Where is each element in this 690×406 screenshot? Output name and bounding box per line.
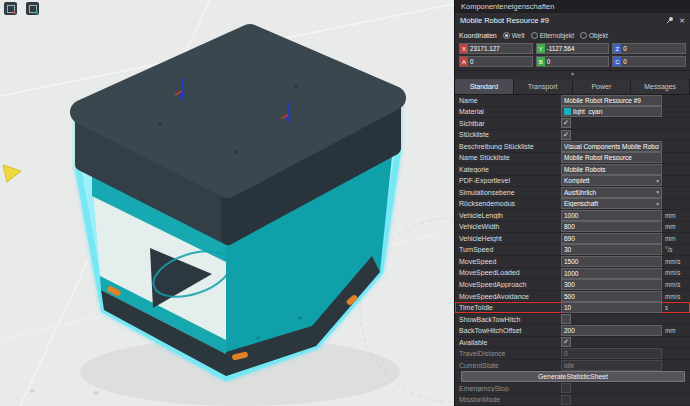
field-text: Eigenschaft [564, 200, 654, 207]
property-value-field[interactable]: Mobile Robot Resource #9 [561, 95, 662, 106]
property-value: 800 [561, 221, 662, 232]
position-field-y[interactable]: Y-1127.564 [536, 43, 610, 54]
generate-statistic-sheet-button[interactable]: GenerateStatisticSheet [461, 371, 685, 382]
rotation-value[interactable]: 0 [468, 57, 532, 66]
property-value-field[interactable]: Mobile Robot Resource [561, 152, 662, 163]
property-value-field[interactable]: 500 [561, 291, 662, 302]
property-label: Kategorie [459, 166, 561, 173]
unit-label: mm [662, 223, 687, 230]
robot-3d-model[interactable] [0, 0, 454, 406]
field-text: 10 [564, 304, 659, 311]
property-value: Mobile Robot Resource #9 [561, 95, 662, 106]
property-value: 1500 [561, 256, 662, 267]
property-value-field[interactable]: 200 [561, 325, 662, 336]
field-text: Mobile Robots [564, 166, 659, 173]
property-value-field[interactable]: Mobile Robots [561, 164, 662, 175]
property-value [561, 383, 662, 393]
property-row: VehicleWidth800mm [455, 222, 690, 234]
pin-icon[interactable] [666, 16, 674, 26]
rotation-fields: A0B0C0 [459, 56, 686, 67]
property-value: 10 [561, 302, 662, 313]
field-text: 1000 [564, 212, 659, 219]
position-value[interactable]: 23171.127 [468, 44, 532, 53]
property-value: Idle [561, 360, 662, 371]
axis-tab: Z [613, 44, 621, 53]
property-value-field[interactable]: Komplett▾ [561, 175, 662, 186]
viewport-3d[interactable] [0, 0, 454, 406]
property-value: Komplett▾ [561, 175, 662, 186]
tab-messages[interactable]: Messages [631, 79, 690, 94]
position-field-x[interactable]: X23171.127 [459, 43, 533, 54]
viewport-toolbar-icon-2[interactable] [26, 2, 39, 15]
property-value-field[interactable]: Eigenschaft▾ [561, 198, 662, 209]
radio-icon[interactable] [580, 32, 587, 39]
property-value-field[interactable]: 690 [561, 233, 662, 244]
property-value: Mobile Robot Resource [561, 152, 662, 163]
coord-mode-objekt[interactable]: Objekt [580, 32, 608, 39]
property-row: VehicleLength1000mm [455, 210, 690, 222]
property-value: Eigenschaft▾ [561, 198, 662, 209]
property-label: TravelDistance [459, 350, 561, 357]
rotation-field-b[interactable]: B0 [536, 56, 610, 67]
radio-icon[interactable] [531, 32, 538, 39]
unit-label: mm/s [662, 269, 687, 276]
property-value-field[interactable]: 1500 [561, 256, 662, 267]
property-value-field[interactable]: 1000 [561, 268, 662, 279]
position-value[interactable]: 0 [621, 44, 685, 53]
property-label: Sichtbar [459, 120, 561, 127]
coord-mode-label: Elternobjekt [540, 32, 574, 39]
rotation-value[interactable]: 0 [621, 57, 685, 66]
property-label: PDF-Exportlevel [459, 177, 561, 184]
property-value-field[interactable]: 800 [561, 221, 662, 232]
coord-mode-elternobjekt[interactable]: Elternobjekt [531, 32, 574, 39]
position-field-z[interactable]: Z0 [612, 43, 686, 54]
property-value-field[interactable]: 300 [561, 279, 662, 290]
checkbox[interactable]: ✓ [561, 118, 571, 128]
position-value[interactable]: -1127.564 [545, 44, 609, 53]
unit-label: mm/s [662, 293, 687, 300]
property-row: EmergencyStop [455, 383, 690, 395]
property-value-field[interactable]: Ausführlich▾ [561, 187, 662, 198]
checkbox [561, 395, 571, 405]
tab-power[interactable]: Power [573, 79, 632, 94]
position-fields: X23171.127Y-1127.564Z0 [459, 43, 686, 54]
checkbox[interactable]: ✓ [561, 337, 571, 347]
property-value-field[interactable]: 10 [561, 302, 662, 313]
property-row: ShowBackTowHitch [455, 314, 690, 326]
property-value-field[interactable]: 30 [561, 244, 662, 255]
tab-standard[interactable]: Standard [455, 79, 514, 94]
property-value: ✓ [561, 130, 662, 140]
viewport-toolbar [4, 2, 39, 15]
property-label: MoveSpeedApproach [459, 281, 561, 288]
property-row: PDF-ExportlevelKomplett▾ [455, 176, 690, 188]
chevron-down-icon: ▾ [656, 178, 659, 184]
property-label: Simulationsebene [459, 189, 561, 196]
checkbox[interactable]: ✓ [561, 130, 571, 140]
viewport-toolbar-icon-1[interactable] [4, 2, 17, 15]
property-row: Name StücklisteMobile Robot Resource [455, 153, 690, 165]
property-label: VehicleLength [459, 212, 561, 219]
tab-transport[interactable]: Transport [514, 79, 573, 94]
property-label: MoveSpeedLoaded [459, 269, 561, 276]
property-value-field[interactable]: 1000 [561, 210, 662, 221]
property-label: MoveSpeedAvoidance [459, 293, 561, 300]
property-label: BackTowHitchOffset [459, 327, 561, 334]
field-text: 1500 [564, 258, 659, 265]
field-text: Idle [564, 362, 659, 369]
properties-panel: Komponenteneigenschaften Mobile Robot Re… [454, 0, 690, 406]
property-value-field[interactable]: light_cyan [561, 106, 662, 117]
close-icon[interactable]: ✕ [679, 17, 685, 25]
property-value-field[interactable]: Visual Components Mobile Robot Resource [561, 141, 662, 152]
collapse-chevron-icon[interactable]: ▾ [455, 71, 690, 79]
radio-icon[interactable] [503, 32, 510, 39]
rotation-value[interactable]: 0 [545, 57, 609, 66]
property-grid: NameMobile Robot Resource #9Materialligh… [455, 95, 690, 406]
panel-title: Komponenteneigenschaften [455, 0, 690, 13]
axis-tab: C [613, 57, 621, 66]
field-text: light_cyan [573, 108, 659, 115]
coord-mode-welt[interactable]: Welt [503, 32, 525, 39]
rotation-field-c[interactable]: C0 [612, 56, 686, 67]
checkbox[interactable] [561, 314, 571, 324]
property-value [561, 395, 662, 405]
rotation-field-a[interactable]: A0 [459, 56, 533, 67]
